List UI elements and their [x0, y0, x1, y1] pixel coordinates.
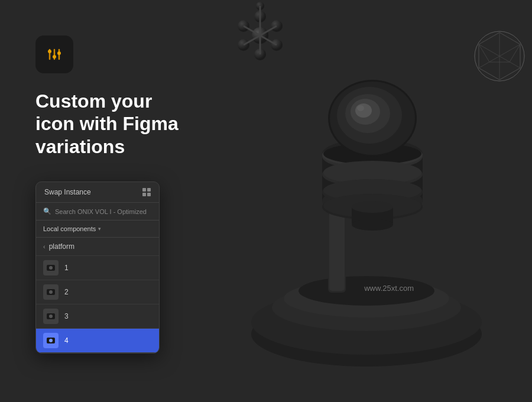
chevron-down-icon: ▾ — [98, 226, 101, 232]
svg-point-4 — [271, 20, 283, 32]
svg-point-1 — [252, 27, 268, 44]
svg-point-42 — [323, 194, 421, 218]
list-item-thumbnail — [43, 260, 59, 275]
svg-point-56 — [53, 55, 56, 59]
svg-line-22 — [479, 44, 520, 68]
list-item[interactable]: 2 — [36, 280, 159, 304]
svg-point-37 — [322, 161, 423, 187]
list-items-container: 1234 — [36, 256, 159, 353]
svg-line-11 — [260, 26, 277, 35]
svg-point-31 — [322, 139, 423, 168]
search-bar[interactable]: 🔍 Search ONIX VOL I - Optimized — [36, 203, 159, 221]
figma-panel: Swap Instance 🔍 Search ONIX VOL I - Opti… — [35, 181, 160, 354]
platform-nav[interactable]: ‹ platform — [36, 238, 159, 256]
chevron-left-icon: ‹ — [43, 243, 46, 250]
list-item-label: 2 — [64, 288, 69, 296]
search-icon: 🔍 — [43, 208, 51, 215]
svg-point-6 — [254, 48, 266, 60]
list-item[interactable]: 4 — [36, 329, 159, 353]
svg-point-40 — [323, 179, 421, 202]
svg-point-58 — [57, 51, 61, 55]
svg-point-47 — [351, 99, 380, 125]
svg-point-2 — [252, 27, 268, 44]
svg-point-38 — [323, 161, 421, 184]
list-item-thumbnail — [43, 333, 59, 348]
list-item[interactable]: 3 — [36, 304, 159, 329]
svg-rect-29 — [328, 189, 346, 293]
svg-point-35 — [322, 143, 423, 167]
local-components-dropdown[interactable]: Local components ▾ — [36, 221, 159, 238]
list-item-thumbnail — [43, 309, 59, 324]
svg-point-39 — [322, 179, 423, 205]
svg-point-33 — [322, 186, 423, 216]
svg-point-17 — [475, 31, 524, 81]
svg-point-26 — [272, 284, 461, 331]
panel-header: Swap Instance — [36, 182, 159, 203]
svg-point-44 — [330, 82, 415, 155]
svg-point-41 — [322, 194, 423, 220]
list-item-thumbnail — [43, 284, 59, 300]
svg-rect-50 — [352, 207, 393, 225]
watermark: www.25xt.com — [364, 284, 414, 293]
main-heading: Custom your icon with Figma variations — [35, 90, 189, 158]
svg-rect-30 — [329, 190, 345, 291]
svg-line-12 — [260, 35, 277, 45]
svg-point-52 — [352, 219, 393, 231]
list-item[interactable]: 1 — [36, 256, 159, 280]
svg-point-43 — [328, 80, 417, 157]
svg-marker-19 — [479, 33, 520, 62]
svg-point-8 — [238, 20, 249, 32]
svg-point-24 — [251, 302, 482, 367]
list-item-label: 3 — [64, 312, 69, 320]
svg-marker-18 — [479, 33, 520, 80]
svg-point-3 — [254, 11, 266, 22]
svg-point-51 — [352, 201, 393, 213]
list-item-label: 4 — [64, 336, 69, 345]
svg-line-14 — [244, 35, 260, 45]
svg-line-15 — [244, 26, 260, 35]
svg-rect-32 — [322, 154, 423, 201]
platform-label: platform — [49, 242, 74, 251]
svg-point-36 — [323, 143, 421, 164]
search-input-placeholder: Search ONIX VOL I - Optimized — [55, 208, 152, 215]
svg-point-23 — [475, 31, 524, 81]
local-components-label: Local components — [43, 225, 96, 232]
app-icon — [35, 35, 73, 73]
svg-point-45 — [337, 87, 402, 144]
svg-point-9 — [256, 2, 264, 10]
svg-line-21 — [479, 44, 520, 68]
grid-view-icon[interactable] — [142, 188, 151, 196]
list-item-label: 1 — [64, 264, 69, 272]
svg-point-49 — [357, 105, 364, 111]
svg-point-28 — [299, 276, 434, 306]
svg-point-46 — [345, 94, 390, 133]
svg-point-7 — [238, 39, 249, 51]
svg-point-34 — [322, 144, 423, 170]
svg-point-54 — [48, 50, 51, 53]
svg-point-48 — [355, 103, 372, 118]
svg-point-27 — [284, 280, 449, 317]
svg-point-5 — [271, 39, 283, 51]
svg-point-25 — [251, 290, 482, 355]
panel-title: Swap Instance — [44, 188, 91, 196]
